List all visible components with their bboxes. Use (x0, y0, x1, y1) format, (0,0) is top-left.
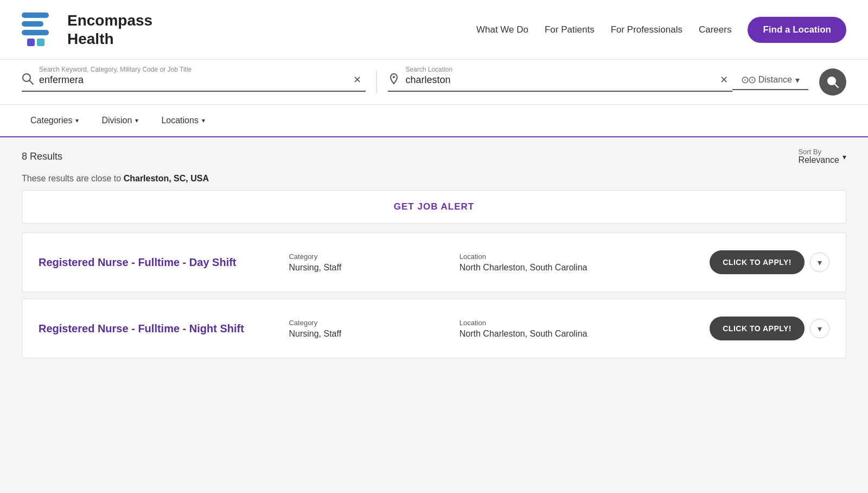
svg-line-6 (30, 80, 34, 84)
job-location-label-0: Location (459, 252, 699, 261)
job-title-1[interactable]: Registered Nurse - Fulltime - Night Shif… (39, 323, 244, 334)
job-title-col-1: Registered Nurse - Fulltime - Night Shif… (39, 321, 278, 336)
results-count: 8 Results (22, 151, 62, 162)
job-category-label-0: Category (289, 252, 448, 261)
distance-chevron-icon: ▾ (795, 75, 800, 85)
categories-label: Categories (30, 116, 72, 125)
sort-selector-labels: Sort By Relevance (798, 148, 839, 165)
results-header: 8 Results Sort By Relevance ▾ (22, 148, 846, 165)
job-category-label-1: Category (289, 319, 448, 327)
job-card: Registered Nurse - Fulltime - Day Shift … (22, 232, 846, 292)
job-title-0[interactable]: Registered Nurse - Fulltime - Day Shift (39, 256, 237, 268)
expand-button-1[interactable]: ▾ (810, 319, 829, 338)
search-bar: Search Keyword, Category, Military Code … (0, 60, 868, 105)
categories-filter-button[interactable]: Categories ▾ (22, 111, 87, 130)
job-location-label-1: Location (459, 319, 699, 327)
proximity-location: Charleston, SC, USA (124, 174, 209, 183)
keyword-input-wrapper: Search Keyword, Category, Military Code … (39, 74, 343, 86)
job-location-col-1: Location North Charleston, South Carolin… (459, 319, 699, 339)
nav-careers[interactable]: Careers (699, 24, 731, 35)
distance-dots-icon: ⊙⊙ (741, 74, 755, 86)
expand-button-0[interactable]: ▾ (810, 252, 829, 272)
job-category-value-0: Nursing, Staff (289, 263, 448, 273)
division-filter-button[interactable]: Division ▾ (93, 111, 147, 130)
distance-selector[interactable]: ⊙⊙ Distance ▾ (732, 74, 808, 90)
sort-selector[interactable]: Sort By Relevance ▾ (798, 148, 846, 165)
locations-label: Locations (161, 116, 199, 125)
locations-chevron-icon: ▾ (202, 117, 205, 124)
filter-bar: Categories ▾ Division ▾ Locations ▾ (0, 105, 868, 137)
sort-by-label: Sort By (798, 148, 839, 155)
categories-chevron-icon: ▾ (75, 117, 79, 124)
job-actions-1: CLICK TO APPLY! ▾ (710, 317, 829, 340)
keyword-placeholder-label: Search Keyword, Category, Military Code … (39, 66, 192, 73)
sort-chevron-icon: ▾ (843, 153, 846, 161)
job-title-col-0: Registered Nurse - Fulltime - Day Shift (39, 255, 278, 269)
job-category-col-0: Category Nursing, Staff (289, 252, 448, 273)
expand-chevron-icon-0: ▾ (818, 257, 822, 268)
search-divider (376, 71, 377, 93)
job-card: Registered Nurse - Fulltime - Night Shif… (22, 299, 846, 358)
distance-label: Distance (758, 75, 792, 85)
location-input[interactable] (405, 74, 710, 86)
search-submit-icon (827, 76, 839, 88)
location-placeholder-label: Search Location (405, 66, 452, 73)
job-alert-bar[interactable]: GET JOB ALERT (22, 190, 846, 224)
main-nav: What We Do For Patients For Professional… (476, 17, 846, 43)
location-clear-button[interactable]: ✕ (716, 74, 732, 86)
job-location-col-0: Location North Charleston, South Carolin… (459, 252, 699, 273)
location-search-area: Search Location ✕ (388, 73, 732, 92)
results-proximity-text: These results are close to Charleston, S… (22, 174, 846, 184)
division-chevron-icon: ▾ (135, 117, 138, 124)
encompass-health-logo-icon (22, 8, 60, 52)
sort-value: Relevance (798, 155, 839, 165)
svg-rect-0 (22, 12, 49, 18)
job-category-value-1: Nursing, Staff (289, 329, 448, 339)
svg-rect-2 (22, 30, 49, 35)
search-submit-button[interactable] (819, 68, 846, 96)
keyword-search-icon (22, 73, 34, 87)
job-category-col-1: Category Nursing, Staff (289, 319, 448, 339)
locations-filter-button[interactable]: Locations ▾ (152, 111, 214, 130)
nav-for-patients[interactable]: For Patients (545, 24, 595, 35)
keyword-clear-button[interactable]: ✕ (349, 74, 366, 86)
logo[interactable]: Encompass Health (22, 8, 152, 52)
job-actions-0: CLICK TO APPLY! ▾ (710, 250, 829, 274)
find-location-button[interactable]: Find a Location (748, 17, 846, 43)
division-label: Division (101, 116, 132, 125)
job-location-value-1: North Charleston, South Carolina (459, 329, 699, 339)
expand-chevron-icon-1: ▾ (818, 324, 822, 334)
svg-rect-1 (22, 21, 43, 27)
keyword-input[interactable] (39, 74, 343, 86)
svg-rect-3 (27, 39, 35, 46)
svg-rect-4 (37, 39, 44, 46)
keyword-search-area: Search Keyword, Category, Military Code … (22, 73, 366, 92)
location-pin-icon (388, 73, 400, 87)
logo-text: Encompass Health (67, 11, 152, 48)
nav-for-professionals[interactable]: For Professionals (611, 24, 682, 35)
svg-line-9 (835, 84, 839, 88)
apply-button-0[interactable]: CLICK TO APPLY! (710, 250, 805, 274)
site-header: Encompass Health What We Do For Patients… (0, 0, 868, 60)
nav-what-we-do[interactable]: What We Do (476, 24, 528, 35)
job-alert-label: GET JOB ALERT (394, 201, 474, 212)
results-area: 8 Results Sort By Relevance ▾ These resu… (0, 137, 868, 376)
svg-point-7 (393, 76, 395, 78)
location-input-wrapper: Search Location (405, 74, 710, 86)
job-location-value-0: North Charleston, South Carolina (459, 263, 699, 273)
apply-button-1[interactable]: CLICK TO APPLY! (710, 317, 805, 340)
